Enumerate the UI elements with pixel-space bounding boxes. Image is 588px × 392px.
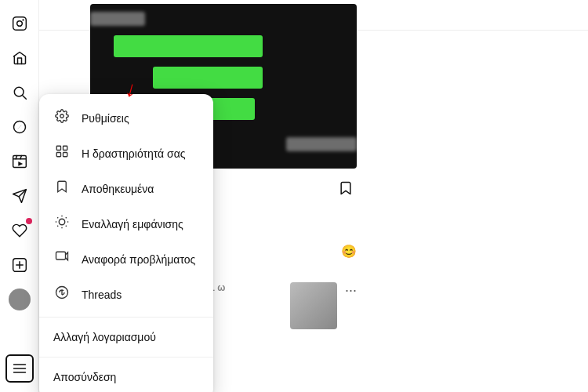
menu-item-logout[interactable]: Αποσύνδεση	[39, 362, 213, 392]
menu-item-report[interactable]: Αναφορά προβλήματος	[39, 241, 213, 277]
heart-icon[interactable]	[5, 216, 34, 245]
svg-point-5	[13, 122, 25, 133]
add-icon[interactable]	[5, 251, 34, 279]
blur-overlay-1	[90, 12, 145, 26]
heart-svg	[12, 223, 27, 238]
menu-item-activity[interactable]: Η δραστηριότητά σας	[39, 136, 213, 171]
saved-icon	[53, 180, 71, 198]
home-svg	[12, 50, 27, 66]
report-icon	[53, 250, 71, 268]
menu-divider-1	[39, 317, 213, 318]
logout-label: Αποσύνδεση	[53, 371, 116, 383]
svg-rect-7	[13, 156, 26, 168]
svg-rect-0	[13, 17, 26, 31]
blur-overlay-2	[286, 137, 357, 151]
green-highlight-2	[153, 67, 263, 89]
reels-icon[interactable]	[5, 147, 34, 176]
svg-point-1	[16, 21, 22, 27]
avatar-icon[interactable]	[5, 285, 34, 314]
bookmark-icon[interactable]	[338, 180, 354, 200]
send-svg	[12, 188, 27, 204]
search-icon[interactable]	[5, 78, 34, 107]
menu-divider-2	[39, 357, 213, 358]
svg-rect-25	[64, 153, 67, 157]
second-post-thumbnail	[290, 282, 337, 329]
dropdown-menu: Ρυθμίσεις Η δραστηριότητά σας Αποθηκευμ	[39, 94, 213, 392]
explore-icon[interactable]	[5, 113, 34, 141]
svg-line-29	[57, 217, 58, 218]
instagram-icon[interactable]	[5, 9, 34, 38]
instagram-svg	[12, 16, 27, 31]
switch-account-label: Αλλαγή λογαριασμού	[53, 331, 156, 343]
svg-rect-24	[56, 153, 60, 157]
menu-icon[interactable]	[5, 354, 34, 383]
send-icon[interactable]	[5, 182, 34, 210]
menu-item-switch-account[interactable]: Αλλαγή λογαριασμού	[39, 322, 213, 352]
activity-icon	[53, 144, 71, 162]
settings-label: Ρυθμίσεις	[82, 112, 129, 125]
more-options-icon[interactable]: ···	[345, 282, 357, 299]
svg-rect-22	[56, 146, 60, 150]
appearance-icon	[53, 215, 71, 233]
threads-icon	[53, 285, 71, 303]
home-icon[interactable]	[5, 44, 34, 72]
user-avatar	[9, 289, 31, 310]
settings-icon	[53, 109, 71, 127]
menu-item-appearance[interactable]: Εναλλαγή εμφάνισης	[39, 206, 213, 241]
svg-line-33	[57, 226, 58, 227]
svg-rect-23	[64, 146, 67, 150]
green-highlight-1	[114, 35, 263, 57]
svg-rect-35	[56, 252, 66, 260]
svg-point-2	[23, 20, 24, 20]
menu-item-saved[interactable]: Αποθηκευμένα	[39, 171, 213, 206]
menu-svg	[12, 361, 27, 376]
search-svg	[12, 85, 27, 100]
reels-svg	[12, 154, 27, 169]
svg-marker-11	[18, 162, 23, 166]
report-label: Αναφορά προβλήματος	[82, 253, 195, 266]
appearance-label: Εναλλαγή εμφάνισης	[82, 218, 183, 230]
svg-point-26	[59, 219, 65, 225]
svg-line-34	[66, 217, 67, 218]
menu-item-threads[interactable]: Threads	[39, 277, 213, 312]
menu-item-settings[interactable]: Ρυθμίσεις	[39, 100, 213, 136]
add-svg	[12, 257, 27, 273]
sidebar	[0, 0, 39, 392]
activity-label: Η δραστηριότητά σας	[82, 147, 186, 160]
emoji-icon[interactable]: 😊	[341, 244, 357, 259]
notification-badge	[26, 218, 32, 224]
threads-label: Threads	[82, 289, 122, 301]
svg-marker-6	[16, 125, 22, 130]
svg-line-30	[66, 226, 67, 227]
saved-label: Αποθηκευμένα	[82, 183, 154, 195]
explore-svg	[12, 119, 27, 135]
svg-line-4	[22, 96, 26, 100]
